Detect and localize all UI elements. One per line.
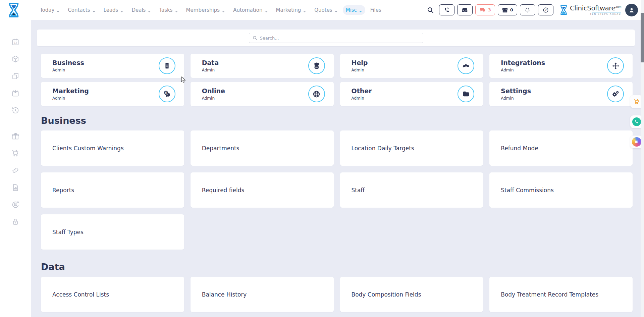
item-card-refund-mode[interactable]: Refund Mode <box>489 130 633 166</box>
hourglass-logo-icon <box>7 2 20 18</box>
nav-contacts[interactable]: Contacts <box>65 5 98 15</box>
nav-automation-label: Automation <box>233 7 262 13</box>
item-card-staff-commissions[interactable]: Staff Commissions <box>489 172 633 208</box>
category-subtitle: Admin <box>202 96 225 101</box>
nav-memberships[interactable]: Memberships <box>183 5 228 15</box>
account-icon[interactable] <box>11 201 19 209</box>
brand-underline <box>592 12 621 12</box>
brand-tagline: TEN STEPS AHEAD <box>590 13 621 15</box>
lock-icon[interactable] <box>11 218 19 226</box>
phone-call-button[interactable] <box>439 4 454 15</box>
nav-tasks[interactable]: Tasks <box>156 5 181 15</box>
item-card-staff-types[interactable]: Staff Types <box>41 214 184 250</box>
inbox-button[interactable] <box>457 4 473 15</box>
store-icon <box>502 7 508 13</box>
category-subtitle: Admin <box>52 68 84 72</box>
chat-count-badge: 3 <box>488 7 491 12</box>
item-card-access-control-lists[interactable]: Access Control Lists <box>41 277 184 312</box>
category-card-settings[interactable]: Settings Admin <box>489 82 633 106</box>
category-subtitle: Admin <box>52 96 89 101</box>
report-icon[interactable] <box>11 183 19 192</box>
item-card-balance-history[interactable]: Balance History <box>191 277 334 312</box>
category-card-online[interactable]: Online Admin <box>191 82 334 106</box>
nav-leads-label: Leads <box>104 7 118 13</box>
globe-icon <box>308 86 325 102</box>
scrollbar-track[interactable] <box>641 0 644 317</box>
nav-marketing[interactable]: Marketing <box>273 5 310 15</box>
category-title: Business <box>52 59 84 66</box>
chevron-down-icon <box>265 8 268 12</box>
calendar-12-icon[interactable]: 12 <box>11 38 19 46</box>
nav-misc[interactable]: Misc <box>343 5 365 15</box>
category-card-help[interactable]: Help Admin <box>340 54 483 78</box>
category-card-marketing[interactable]: Marketing Admin $ <box>41 82 184 106</box>
category-card-integrations[interactable]: Integrations Admin <box>489 54 633 78</box>
calendar-inbox-icon[interactable] <box>11 89 19 97</box>
category-card-other[interactable]: Other Admin <box>340 82 483 106</box>
nav-automation[interactable]: Automation <box>230 5 271 15</box>
brand-name: ClinicSoftware <box>570 4 615 12</box>
nav-deals-label: Deals <box>131 7 146 13</box>
price-tag-icon[interactable] <box>11 166 19 174</box>
search-panel <box>37 30 635 46</box>
nav-deals[interactable]: Deals <box>128 5 154 15</box>
cart-icon[interactable] <box>11 149 19 157</box>
help-button[interactable]: ? <box>538 4 553 15</box>
content-inner: Business Admin <box>41 54 633 312</box>
building-icon <box>159 57 175 74</box>
nav-quotes[interactable]: Quotes <box>311 5 340 15</box>
brand-tld: .com <box>615 5 621 8</box>
store-button[interactable]: 0 <box>498 4 517 15</box>
item-card-staff[interactable]: Staff <box>340 172 483 208</box>
svg-text:?: ? <box>545 8 546 12</box>
data-items-grid: Access Control Lists Balance History Bod… <box>41 277 633 312</box>
copy-icon[interactable] <box>11 72 19 80</box>
history-icon[interactable] <box>11 106 19 114</box>
app-logo[interactable] <box>0 2 37 18</box>
category-card-data[interactable]: Data Admin <box>191 54 334 78</box>
cube-icon[interactable] <box>11 55 19 63</box>
search-icon[interactable] <box>427 7 434 13</box>
gift-icon[interactable] <box>11 132 19 140</box>
cart-icon <box>633 98 640 105</box>
item-card-body-treatment-record-templates[interactable]: Body Treatment Record Templates <box>489 277 633 312</box>
notifications-button[interactable] <box>520 4 535 15</box>
item-card-required-fields[interactable]: Required fields <box>191 172 334 208</box>
bell-icon <box>525 7 530 13</box>
nav-misc-label: Misc <box>346 7 357 13</box>
item-card-clients-custom-warnings[interactable]: Clients Custom Warnings <box>41 130 184 166</box>
category-title: Settings <box>501 87 531 95</box>
chevron-down-icon <box>92 8 96 12</box>
brand-text: ClinicSoftware.com TEN STEPS AHEAD <box>570 5 621 15</box>
chevron-down-icon <box>334 8 338 12</box>
scrollbar-thumb[interactable] <box>641 13 644 62</box>
search-icon <box>253 36 257 40</box>
clinicsoftware-app: Today Contacts Leads Deals Tasks Members… <box>0 0 644 317</box>
svg-text:$: $ <box>165 91 167 94</box>
category-subtitle: Admin <box>501 96 531 101</box>
person-icon <box>628 6 635 14</box>
nav-tasks-label: Tasks <box>159 7 172 13</box>
brand-logo[interactable]: ClinicSoftware.com TEN STEPS AHEAD <box>559 5 621 15</box>
category-subtitle: Admin <box>352 68 368 72</box>
main-content: Business Admin <box>31 20 644 317</box>
search-input[interactable] <box>260 36 420 41</box>
user-avatar[interactable] <box>625 4 638 16</box>
item-card-body-composition-fields[interactable]: Body Composition Fields <box>340 277 483 312</box>
item-card-location-daily-targets[interactable]: Location Daily Targets <box>340 130 483 166</box>
nav-today[interactable]: Today <box>37 5 63 15</box>
item-card-reports[interactable]: Reports <box>41 172 184 208</box>
phone-icon <box>444 7 450 13</box>
chat-notifications-button[interactable]: 3 <box>475 4 495 15</box>
inbox-icon <box>462 7 468 13</box>
nav-files[interactable]: Files <box>367 5 384 15</box>
search-box[interactable] <box>249 33 423 43</box>
category-title: Other <box>352 87 372 95</box>
item-card-departments[interactable]: Departments <box>191 130 334 166</box>
move-icon <box>607 57 624 74</box>
nav-leads[interactable]: Leads <box>101 5 127 15</box>
store-count-badge: 0 <box>510 7 513 12</box>
category-card-business[interactable]: Business Admin <box>41 54 184 78</box>
topbar: Today Contacts Leads Deals Tasks Members… <box>0 0 644 20</box>
svg-text:12: 12 <box>14 41 17 44</box>
